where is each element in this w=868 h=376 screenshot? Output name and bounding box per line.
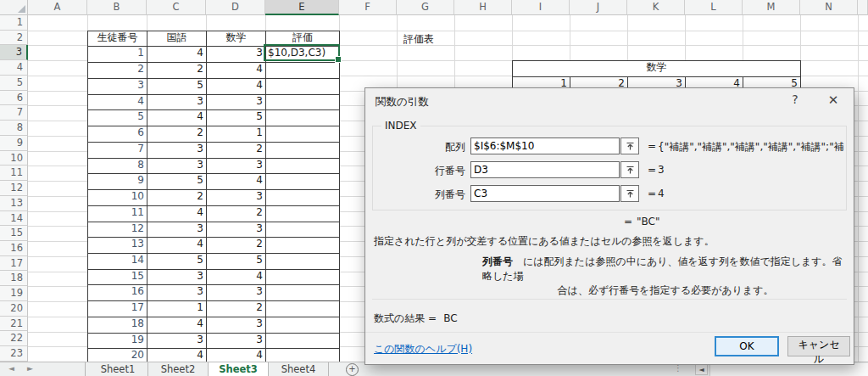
table-cell[interactable] — [266, 285, 340, 300]
table-cell[interactable] — [266, 63, 340, 78]
table-cell: 2 — [147, 190, 207, 205]
row-header-2[interactable]: 2 — [0, 31, 28, 46]
column-header-I[interactable]: I — [512, 0, 570, 15]
table-cell[interactable] — [266, 79, 340, 94]
row-header-19[interactable]: 19 — [0, 286, 28, 301]
active-cell-border[interactable] — [264, 44, 340, 61]
row-header-1[interactable]: 1 — [0, 15, 28, 31]
row-header-12[interactable]: 12 — [0, 181, 28, 196]
table-cell: 2 — [207, 206, 266, 222]
table-row: 1023 — [88, 190, 340, 206]
table-cell[interactable] — [266, 222, 340, 238]
formula-result-line: 数式の結果 =BC — [374, 311, 458, 326]
row-header-14[interactable]: 14 — [0, 211, 28, 227]
ok-button[interactable]: OK — [715, 336, 779, 356]
column-header-L[interactable]: L — [685, 0, 743, 15]
table-cell: 3 — [207, 159, 266, 174]
table-cell: 3 — [207, 334, 266, 349]
table-cell[interactable] — [266, 254, 340, 269]
select-all-corner[interactable] — [0, 0, 28, 15]
sheet-tab-sheet3[interactable]: Sheet3 — [209, 362, 269, 376]
collapse-dialog-icon — [626, 166, 635, 175]
column-header-M[interactable]: M — [743, 0, 800, 15]
column-header-J[interactable]: J — [570, 0, 627, 15]
row-header-16[interactable]: 16 — [0, 241, 28, 256]
row-header-17[interactable]: 17 — [0, 256, 28, 272]
table-row: 545 — [88, 110, 340, 126]
table-row: 732 — [88, 143, 340, 159]
horizontal-scrollbar[interactable] — [709, 363, 868, 376]
table-cell: 4 — [207, 79, 266, 94]
row-header-15[interactable]: 15 — [0, 226, 28, 241]
table-cell[interactable] — [266, 301, 340, 317]
column-number-field-range-selector[interactable] — [620, 185, 639, 202]
formula-result-label: 数式の結果 = — [374, 312, 437, 324]
table-cell[interactable] — [266, 95, 340, 110]
table-cell[interactable] — [266, 270, 340, 285]
table-cell: 5 — [147, 79, 207, 94]
row-header-23[interactable]: 23 — [0, 346, 28, 362]
fill-handle[interactable] — [335, 56, 342, 63]
row-header-6[interactable]: 6 — [0, 91, 28, 106]
table-cell[interactable] — [266, 190, 340, 205]
table-cell[interactable] — [266, 159, 340, 174]
column-header-B[interactable]: B — [87, 0, 147, 15]
row-header-5[interactable]: 5 — [0, 76, 28, 91]
equals-sign: = — [648, 188, 656, 199]
sheet-tab-sheet2[interactable]: Sheet2 — [148, 362, 209, 376]
table-cell[interactable] — [266, 317, 340, 333]
table-cell: 3 — [207, 317, 266, 333]
tab-nav-left-icon[interactable]: ◄ — [8, 364, 14, 373]
row-number-field-range-selector[interactable] — [620, 161, 639, 178]
row-number-field[interactable] — [470, 161, 620, 178]
dialog-help-icon[interactable]: ? — [785, 93, 805, 106]
row-header-9[interactable]: 9 — [0, 136, 28, 151]
row-header-22[interactable]: 22 — [0, 331, 28, 346]
column-header-H[interactable]: H — [454, 0, 512, 15]
tab-nav-right-icon[interactable]: ► — [27, 364, 33, 373]
cancel-button[interactable]: キャンセル — [787, 336, 850, 356]
table-cell[interactable] — [266, 143, 340, 158]
new-sheet-button[interactable]: + — [346, 363, 359, 376]
column-header-C[interactable]: C — [147, 0, 206, 15]
table-cell[interactable] — [266, 110, 340, 126]
row-header-4[interactable]: 4 — [0, 60, 28, 76]
column-number-field[interactable] — [470, 185, 620, 202]
table-cell: 15 — [88, 270, 147, 285]
column-header-N[interactable]: N — [800, 0, 858, 15]
row-header-18[interactable]: 18 — [0, 271, 28, 286]
row-header-7[interactable]: 7 — [0, 105, 28, 121]
table-cell[interactable] — [266, 174, 340, 189]
sheet-tab-sheet4[interactable]: Sheet4 — [269, 362, 329, 376]
table-cell: 4 — [147, 238, 207, 253]
row-number-field-result: 3 — [658, 164, 665, 176]
table-cell[interactable] — [266, 238, 340, 253]
dialog-title: 関数の引数 — [376, 95, 429, 109]
table-row: 224 — [88, 63, 340, 79]
column-header-K[interactable]: K — [627, 0, 685, 15]
table-cell[interactable] — [266, 206, 340, 222]
array-field-range-selector[interactable] — [620, 137, 639, 154]
row-header-13[interactable]: 13 — [0, 196, 28, 211]
array-field[interactable] — [470, 137, 620, 154]
column-header-F[interactable]: F — [339, 0, 397, 15]
row-header-11[interactable]: 11 — [0, 166, 28, 181]
row-header-8[interactable]: 8 — [0, 121, 28, 136]
column-header-D[interactable]: D — [206, 0, 265, 15]
row-header-21[interactable]: 21 — [0, 317, 28, 332]
dialog-close-icon[interactable]: ✕ — [823, 93, 843, 108]
column-header-G[interactable]: G — [397, 0, 454, 15]
table-cell: 2 — [88, 63, 147, 78]
table-cell[interactable] — [266, 334, 340, 349]
table-cell[interactable] — [266, 126, 340, 142]
function-help-link[interactable]: この関数のヘルプ(H) — [374, 342, 472, 356]
table-cell: 11 — [88, 206, 147, 222]
sheet-tab-sheet1[interactable]: Sheet1 — [88, 362, 148, 376]
hscroll-left-icon[interactable]: ◄ — [695, 364, 708, 375]
column-header-A[interactable]: A — [28, 0, 87, 15]
row-header-3[interactable]: 3 — [0, 45, 28, 60]
column-header-E[interactable]: E — [265, 0, 339, 15]
row-header-10[interactable]: 10 — [0, 151, 28, 166]
row-header-20[interactable]: 20 — [0, 301, 28, 317]
table-cell: 3 — [147, 270, 207, 285]
